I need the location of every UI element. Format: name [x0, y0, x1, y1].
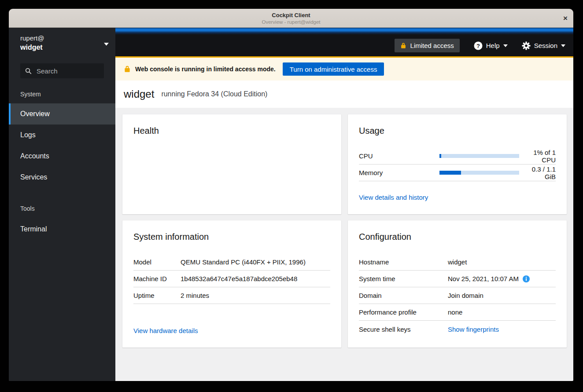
row-label: Machine ID: [133, 275, 181, 282]
usage-row-memory: Memory 0.3 / 1.1 GiB: [359, 165, 556, 181]
host-switcher[interactable]: rupert@ widget: [9, 28, 115, 58]
row-label: Domain: [359, 292, 448, 299]
host-name: widget: [20, 43, 98, 52]
svg-text:?: ?: [476, 42, 480, 49]
card-title: Configuration: [359, 231, 556, 242]
search-icon: [25, 68, 32, 74]
page-title: widget: [124, 88, 154, 100]
sidebar-item-label: Accounts: [20, 152, 49, 160]
os-subtitle: running Fedora 34 (Cloud Edition): [161, 90, 267, 98]
gear-icon: [522, 41, 531, 50]
card-title: Health: [133, 125, 330, 136]
system-information-card: System information Model QEMU Standard P…: [122, 220, 341, 348]
memory-progress-fill: [439, 171, 461, 175]
session-menu[interactable]: Session: [522, 41, 565, 50]
usage-card: Usage CPU 1% of 1 CPU Memory: [348, 114, 567, 214]
row-label: Performance profile: [359, 308, 448, 316]
cockpit-client-window: Cockpit Client Overview - rupert@widget …: [9, 9, 573, 381]
overview-content: Health Usage CPU 1% of 1 CPU: [115, 108, 573, 381]
configuration-card: Configuration Hostname widget System tim…: [348, 220, 567, 348]
row-label: Model: [133, 258, 181, 266]
usage-value: 0.3 / 1.1 GiB: [519, 165, 556, 180]
card-title: System information: [133, 231, 330, 242]
lock-icon: [400, 42, 406, 49]
row-value: 2 minutes: [181, 292, 209, 299]
window-title: Cockpit Client: [9, 9, 573, 18]
row-label: Uptime: [133, 292, 181, 299]
table-row: Machine ID 1b48532a647c47e5a187abdce205e…: [133, 271, 330, 287]
admin-access-button[interactable]: Turn on administrative access: [283, 62, 384, 76]
sidebar: rupert@ widget System Overview Logs Ac: [9, 28, 115, 381]
row-value: widget: [448, 258, 467, 266]
question-icon: ?: [474, 41, 483, 50]
limited-access-label: Limited access: [410, 42, 454, 49]
table-row: System time Nov 25, 2021, 10:07 AM: [359, 271, 556, 287]
chevron-down-icon: [503, 44, 508, 47]
usage-label: CPU: [359, 152, 439, 160]
help-menu[interactable]: ? Help: [474, 41, 508, 50]
banner-message: Web console is running in limited access…: [135, 66, 276, 73]
nav-section-system: System: [9, 91, 115, 98]
cpu-progress-bar: [439, 154, 519, 158]
sidebar-item-label: Services: [20, 173, 47, 181]
host-user: rupert@: [20, 33, 98, 43]
memory-progress-bar: [439, 171, 519, 175]
session-label: Session: [534, 42, 557, 49]
limited-access-banner: Web console is running in limited access…: [115, 56, 573, 81]
table-row: Hostname widget: [359, 254, 556, 271]
view-details-history-link[interactable]: View details and history: [359, 194, 428, 201]
sidebar-item-logs[interactable]: Logs: [9, 125, 115, 146]
view-hardware-details-link[interactable]: View hardware details: [133, 327, 198, 334]
table-row: Performance profile none: [359, 304, 556, 321]
titlebar: Cockpit Client Overview - rupert@widget …: [9, 9, 573, 28]
help-label: Help: [486, 42, 500, 49]
health-card: Health: [122, 114, 341, 214]
row-label: Hostname: [359, 258, 448, 266]
lock-icon: [124, 65, 131, 73]
nav-section-tools: Tools: [9, 205, 115, 212]
sidebar-item-label: Overview: [20, 110, 50, 118]
row-value: 1b48532a647c47e5a187abdce205eb48: [181, 275, 297, 282]
show-fingerprints-link[interactable]: Show fingerprints: [448, 326, 499, 333]
sidebar-item-label: Terminal: [20, 225, 47, 233]
search-input[interactable]: [36, 67, 99, 75]
sidebar-item-accounts[interactable]: Accounts: [9, 146, 115, 167]
page-header: widget running Fedora 34 (Cloud Edition): [115, 81, 573, 108]
chevron-down-icon: [561, 44, 565, 47]
usage-label: Memory: [359, 169, 439, 176]
table-row: Uptime 2 minutes: [133, 287, 330, 304]
cpu-progress-fill: [439, 154, 441, 158]
usage-value: 1% of 1 CPU: [519, 149, 556, 164]
window-subtitle: Overview - rupert@widget: [9, 18, 573, 25]
usage-row-cpu: CPU 1% of 1 CPU: [359, 148, 556, 165]
sidebar-item-label: Logs: [20, 131, 36, 139]
row-label: System time: [359, 275, 448, 282]
info-icon[interactable]: [523, 275, 530, 282]
row-label: Secure shell keys: [359, 326, 448, 333]
main-area: Limited access ? Help Session: [115, 28, 573, 381]
close-icon[interactable]: ×: [563, 15, 568, 22]
sidebar-item-services[interactable]: Services: [9, 167, 115, 188]
brand-stripe: [115, 28, 573, 35]
row-value: QEMU Standard PC (i440FX + PIIX, 1996): [181, 258, 306, 266]
masthead: Limited access ? Help Session: [115, 35, 573, 56]
row-value: none: [448, 308, 462, 316]
sidebar-search[interactable]: [20, 63, 104, 78]
sidebar-item-overview[interactable]: Overview: [9, 103, 115, 125]
chevron-down-icon: [104, 43, 109, 46]
table-row: Model QEMU Standard PC (i440FX + PIIX, 1…: [133, 254, 330, 271]
table-row: Domain Join domain: [359, 287, 556, 304]
table-row: Secure shell keys Show fingerprints: [359, 321, 556, 337]
limited-access-button[interactable]: Limited access: [395, 39, 460, 52]
sidebar-item-terminal[interactable]: Terminal: [9, 219, 115, 240]
card-title: Usage: [359, 125, 556, 136]
join-domain-button[interactable]: Join domain: [448, 292, 483, 299]
system-time-value: Nov 25, 2021, 10:07 AM: [448, 275, 519, 282]
